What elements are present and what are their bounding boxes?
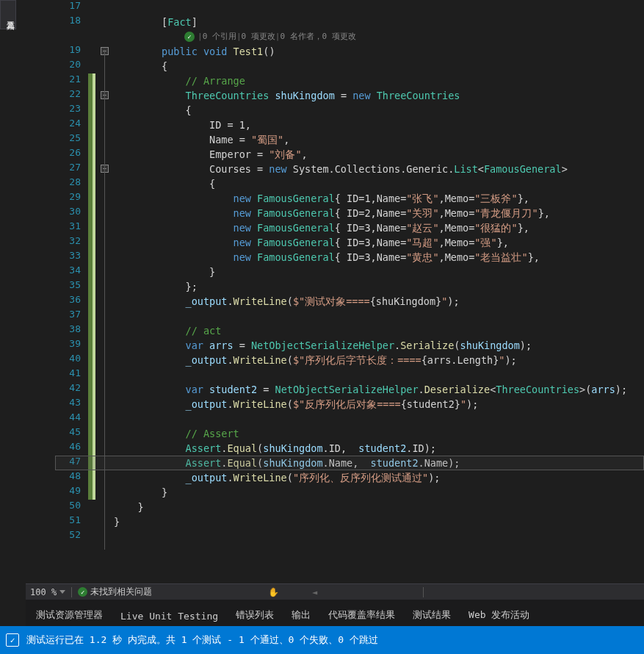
line-number: 24 bbox=[59, 118, 81, 129]
line-number: 26 bbox=[59, 147, 81, 158]
editor-status-bar: 100 % ✓未找到相关问题 ✋ ◄ bbox=[26, 583, 644, 600]
status-text: 测试运行已在 1.2 秒 内完成。共 1 个测试 - 1 个通过、0 个失败、0… bbox=[26, 633, 378, 647]
zoom-dropdown[interactable]: 100 % bbox=[30, 587, 65, 597]
code-line[interactable]: // Arrange bbox=[114, 73, 245, 88]
code-line[interactable]: // act bbox=[114, 323, 221, 338]
code-line[interactable]: { bbox=[114, 176, 215, 191]
line-number: 35 bbox=[59, 279, 81, 290]
hand-icon[interactable]: ✋ bbox=[268, 587, 279, 597]
code-line[interactable]: } bbox=[114, 265, 215, 279]
code-line[interactable]: } bbox=[114, 485, 167, 500]
codelens[interactable]: ✓| 0 个引用 | 0 项更改 | 0 名作者，0 项更改 bbox=[184, 29, 356, 44]
line-number: 29 bbox=[59, 191, 81, 202]
code-line[interactable]: [Fact] bbox=[114, 15, 198, 29]
line-number: 43 bbox=[59, 397, 81, 408]
code-line[interactable]: Name = "蜀国", bbox=[114, 132, 289, 147]
code-line[interactable]: // Assert bbox=[114, 426, 239, 441]
line-number: 27 bbox=[59, 162, 81, 173]
code-line[interactable]: }; bbox=[114, 279, 198, 294]
line-number: 41 bbox=[59, 367, 81, 378]
tab-test-results[interactable]: 测试结果 bbox=[405, 604, 458, 626]
code-line[interactable]: new FamousGeneral{ ID=2,Name="关羽",Memo="… bbox=[114, 206, 550, 220]
line-number: 48 bbox=[59, 470, 81, 481]
code-line[interactable]: var arrs = NetObjectSerializeHelper.Seri… bbox=[114, 338, 532, 353]
check-icon: ✓ bbox=[78, 587, 87, 597]
tab-web-publish[interactable]: Web 发布活动 bbox=[461, 604, 537, 626]
line-number: 34 bbox=[59, 265, 81, 276]
test-status-icon: ✓ bbox=[6, 633, 19, 647]
code-line[interactable]: ID = 1, bbox=[114, 118, 251, 132]
line-number: 28 bbox=[59, 176, 81, 187]
line-number: 46 bbox=[59, 441, 81, 452]
line-number: 36 bbox=[59, 294, 81, 305]
test-pass-icon: ✓ bbox=[184, 32, 195, 42]
issues-indicator[interactable]: ✓未找到相关问题 bbox=[78, 586, 152, 598]
line-number: 19 bbox=[59, 44, 81, 55]
code-line[interactable]: new FamousGeneral{ ID=3,Name="黄忠",Memo="… bbox=[114, 250, 540, 265]
code-line[interactable]: Courses = new System.Collections.Generic… bbox=[114, 162, 568, 176]
line-number: 20 bbox=[59, 59, 81, 70]
code-line[interactable]: new FamousGeneral{ ID=1,Name="张飞",Memo="… bbox=[114, 191, 529, 206]
code-line[interactable]: _output.WriteLine($"序列化后字节长度：===={arrs.L… bbox=[114, 353, 517, 367]
line-number: 31 bbox=[59, 220, 81, 231]
line-number: 42 bbox=[59, 382, 81, 393]
scroll-left-icon[interactable]: ◄ bbox=[312, 587, 317, 597]
line-number: 22 bbox=[59, 88, 81, 99]
tab-coverage[interactable]: 代码覆盖率结果 bbox=[321, 604, 402, 626]
line-number: 21 bbox=[59, 73, 81, 85]
status-bar: ✓ 测试运行已在 1.2 秒 内完成。共 1 个测试 - 1 个通过、0 个失败… bbox=[0, 626, 644, 654]
line-number: 23 bbox=[59, 103, 81, 114]
tab-live-unit-testing[interactable]: Live Unit Testing bbox=[113, 606, 225, 626]
line-number: 39 bbox=[59, 338, 81, 349]
tab-error-list[interactable]: 错误列表 bbox=[228, 604, 281, 626]
tab-output[interactable]: 输出 bbox=[284, 604, 318, 626]
code-line[interactable]: var student2 = NetObjectSerializeHelper.… bbox=[114, 382, 627, 397]
line-number: 44 bbox=[59, 412, 81, 423]
line-number: 33 bbox=[59, 250, 81, 261]
line-number: 45 bbox=[59, 426, 81, 437]
line-number: 30 bbox=[59, 206, 81, 217]
line-number: 52 bbox=[59, 529, 81, 540]
line-number: 49 bbox=[59, 485, 81, 496]
code-line[interactable]: { bbox=[114, 103, 192, 118]
line-number: 47 bbox=[59, 456, 81, 467]
line-number: 37 bbox=[59, 309, 81, 320]
code-line[interactable]: } bbox=[114, 500, 144, 514]
line-number: 25 bbox=[59, 132, 81, 143]
code-line[interactable]: _output.WriteLine("序列化、反序列化测试通过"); bbox=[114, 470, 440, 485]
output-tabs: 测试资源管理器 Live Unit Testing 错误列表 输出 代码覆盖率结… bbox=[26, 600, 644, 626]
code-line[interactable]: Emperor = "刘备", bbox=[114, 147, 308, 162]
code-line[interactable]: _output.WriteLine($"反序列化后对象===={student2… bbox=[114, 397, 478, 412]
code-line[interactable]: ThreeCountries shuKingdom = new ThreeCou… bbox=[114, 88, 460, 103]
gutter: 171819−202122−2324252627−282930313233343… bbox=[26, 0, 77, 588]
code-line[interactable]: _output.WriteLine($"测试对象===={shuKingdom}… bbox=[114, 294, 460, 309]
line-number: 40 bbox=[59, 353, 81, 364]
code-line[interactable]: new FamousGeneral{ ID=3,Name="马超",Memo="… bbox=[114, 235, 509, 250]
code-line[interactable]: public void Test1() bbox=[114, 44, 275, 59]
line-number: 51 bbox=[59, 514, 81, 525]
code-line[interactable]: } bbox=[114, 514, 120, 529]
code-line[interactable]: Assert.Equal(shuKingdom.ID, student2.ID)… bbox=[114, 441, 436, 456]
line-number: 18 bbox=[59, 15, 81, 26]
tab-test-explorer[interactable]: 测试资源管理器 bbox=[29, 604, 110, 626]
code-line[interactable]: Assert.Equal(shuKingdom.Name, student2.N… bbox=[114, 456, 460, 470]
chevron-down-icon bbox=[59, 590, 65, 594]
line-number: 38 bbox=[59, 323, 81, 334]
code-line[interactable]: new FamousGeneral{ ID=3,Name="赵云",Memo="… bbox=[114, 220, 529, 235]
code-line[interactable]: { bbox=[114, 59, 167, 73]
toolbox-panel[interactable]: 工具箱 bbox=[0, 0, 16, 29]
code-editor[interactable]: 171819−202122−2324252627−282930313233343… bbox=[26, 0, 644, 588]
line-number: 50 bbox=[59, 500, 81, 511]
line-number: 32 bbox=[59, 235, 81, 246]
line-number: 17 bbox=[59, 0, 81, 11]
